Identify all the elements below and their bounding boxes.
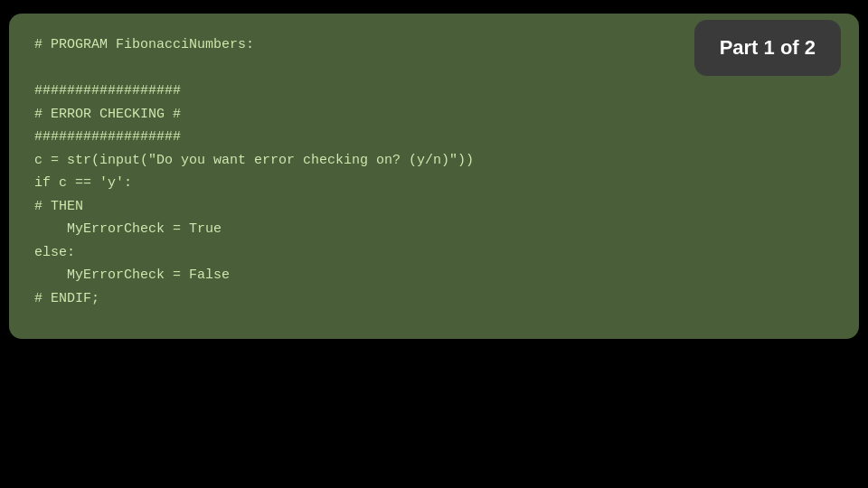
main-container: # PROGRAM FibonacciNumbers: ############… [0, 0, 868, 488]
part-badge: Part 1 of 2 [694, 20, 841, 76]
part-badge-label: Part 1 of 2 [720, 36, 816, 59]
